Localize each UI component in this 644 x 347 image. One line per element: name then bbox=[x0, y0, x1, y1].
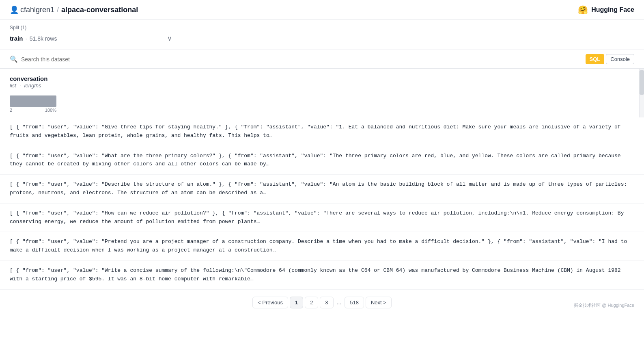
col-type-dot: · bbox=[19, 82, 21, 89]
row-text: [ { "from": "user", "value": "What are t… bbox=[10, 153, 621, 167]
table-container: conversation list · lengths 2 100% [ { "… bbox=[0, 69, 644, 290]
data-rows: [ { "from": "user", "value": "Give three… bbox=[0, 117, 644, 290]
histogram-min: 2 bbox=[10, 108, 12, 113]
split-name: train bbox=[10, 35, 23, 42]
console-button[interactable]: Console bbox=[606, 54, 634, 64]
hf-brand: Hugging Face bbox=[591, 6, 634, 13]
hf-emoji: 🤗 bbox=[578, 5, 588, 15]
search-buttons: SQL Console bbox=[586, 54, 634, 64]
page-3-button[interactable]: 3 bbox=[320, 297, 333, 308]
username[interactable]: cfahlgren1 bbox=[20, 6, 54, 14]
search-wrapper: 🔍 bbox=[10, 55, 586, 63]
table-row[interactable]: [ { "from": "user", "value": "Pretend yo… bbox=[0, 232, 644, 261]
sql-button[interactable]: SQL bbox=[586, 54, 605, 64]
split-label: Split (1) bbox=[10, 25, 634, 30]
search-icon: 🔍 bbox=[10, 55, 18, 63]
page-1-button[interactable]: 1 bbox=[290, 297, 303, 308]
column-title: conversation bbox=[10, 75, 634, 82]
repo-name[interactable]: alpaca-conversational bbox=[61, 6, 138, 14]
column-type-detail: lengths bbox=[24, 82, 41, 89]
row-text: [ { "from": "user", "value": "How can we… bbox=[10, 210, 624, 225]
table-row[interactable]: [ { "from": "user", "value": "Give three… bbox=[0, 117, 644, 146]
split-info: train · 51.8k rows bbox=[10, 35, 57, 42]
table-row[interactable]: [ { "from": "user", "value": "How can we… bbox=[0, 204, 644, 232]
table-row[interactable]: [ { "from": "user", "value": "Describe t… bbox=[0, 175, 644, 204]
header: 👤 cfahlgren1 / alpaca-conversational 🤗 H… bbox=[0, 0, 644, 20]
chevron-down-icon: ∨ bbox=[167, 35, 172, 42]
row-count: 51.8k rows bbox=[30, 35, 57, 42]
row-text: [ { "from": "user", "value": "Write a co… bbox=[10, 267, 621, 282]
scrollbar[interactable] bbox=[639, 69, 644, 117]
column-name: conversation bbox=[10, 75, 47, 82]
search-section: 🔍 SQL Console bbox=[0, 50, 644, 69]
column-meta: list · lengths bbox=[10, 82, 634, 89]
row-text: [ { "from": "user", "value": "Pretend yo… bbox=[10, 239, 627, 253]
page-2-button[interactable]: 2 bbox=[305, 297, 318, 308]
next-button[interactable]: Next > bbox=[366, 297, 392, 308]
histogram-max: 100% bbox=[45, 108, 56, 113]
row-text: [ { "from": "user", "value": "Describe t… bbox=[10, 181, 627, 196]
header-right: 🤗 Hugging Face bbox=[578, 5, 634, 15]
column-type: list bbox=[10, 82, 16, 89]
scroll-thumb bbox=[640, 70, 644, 95]
page-518-button[interactable]: 518 bbox=[345, 297, 364, 308]
search-input[interactable] bbox=[21, 56, 143, 63]
page-dots: ... bbox=[335, 299, 343, 306]
header-title: 👤 cfahlgren1 / alpaca-conversational bbox=[10, 5, 138, 14]
pagination: < Previous 1 2 3 ... 518 Next > 掘金技术社区 @… bbox=[0, 290, 644, 315]
table-row[interactable]: [ { "from": "user", "value": "Write a co… bbox=[0, 261, 644, 290]
user-icon: 👤 bbox=[10, 5, 19, 14]
prev-button[interactable]: < Previous bbox=[252, 297, 288, 308]
watermark: 掘金技术社区 @ HuggingFace bbox=[574, 302, 634, 308]
split-section: Split (1) train · 51.8k rows ∨ bbox=[0, 20, 644, 50]
row-text: [ { "from": "user", "value": "Give three… bbox=[10, 124, 621, 139]
split-separator: · bbox=[26, 35, 27, 42]
histogram-bar bbox=[10, 95, 56, 107]
histogram-section: 2 100% bbox=[0, 92, 644, 117]
table-row[interactable]: [ { "from": "user", "value": "What are t… bbox=[0, 146, 644, 175]
histogram-labels: 2 100% bbox=[10, 108, 56, 116]
split-dropdown[interactable]: train · 51.8k rows ∨ bbox=[10, 32, 172, 45]
column-header: conversation list · lengths bbox=[0, 69, 644, 92]
slash-separator: / bbox=[57, 6, 59, 14]
